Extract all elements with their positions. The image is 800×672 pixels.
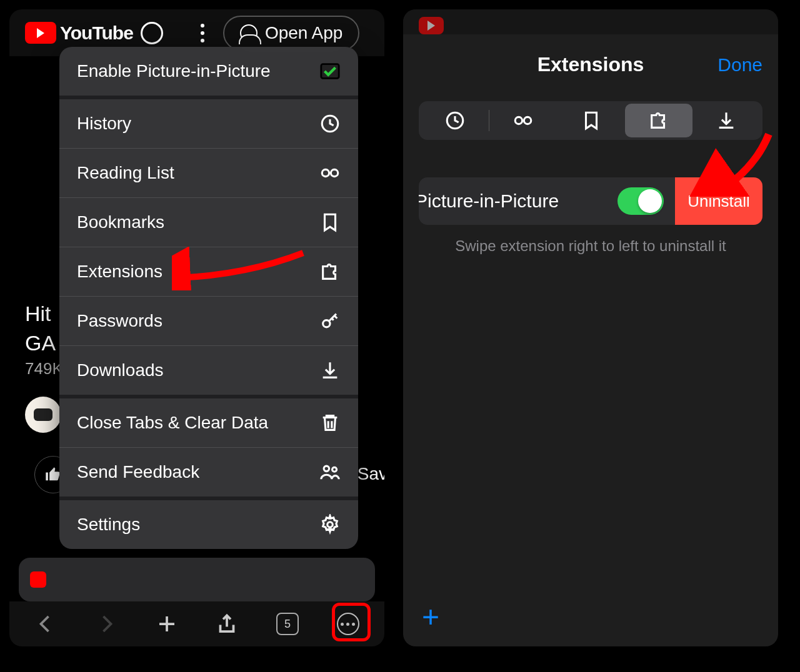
new-tab-button[interactable] [153,610,181,638]
svg-point-9 [516,117,522,124]
browser-menu-popup: Enable Picture-in-Picture History Readin… [59,47,358,549]
annotation-arrow-uninstall [688,128,775,197]
youtube-play-icon [25,22,56,44]
sheet-title: Extensions [538,53,644,76]
menu-label: History [77,114,131,134]
segment-history[interactable] [421,104,489,137]
site-favicon [30,571,46,588]
menu-item-bookmarks[interactable]: Bookmarks [59,198,358,247]
bookmark-icon [319,212,341,233]
svg-point-4 [323,320,330,327]
bookmark-icon [581,110,602,131]
puzzle-icon [319,261,341,282]
tab-count: 5 [276,613,299,635]
people-icon [319,462,341,483]
segment-reading-list[interactable] [489,104,557,137]
more-menu-button[interactable] [334,610,362,638]
key-icon [319,310,341,332]
menu-item-reading-list[interactable]: Reading List [59,149,358,198]
svg-point-3 [331,169,338,176]
annotation-arrow-extensions [172,247,309,290]
search-icon[interactable] [141,22,163,44]
tabs-button[interactable]: 5 [274,610,301,638]
menu-item-history[interactable]: History [59,99,358,149]
share-button[interactable] [213,610,241,638]
trash-icon [319,412,341,433]
nav-back-button[interactable] [32,610,59,638]
more-horizontal-icon [337,613,359,635]
extension-row-pip[interactable]: Picture-in-Picture [419,177,675,225]
open-app-button[interactable]: Open App [223,16,360,51]
svg-point-2 [322,169,329,176]
browser-menu-screenshot-left: YouTube Open App Hit GA 749K Sav Enable … [9,9,384,646]
person-icon [240,24,258,42]
menu-item-close-clear[interactable]: Close Tabs & Clear Data [59,398,358,448]
address-bar[interactable] [19,558,375,601]
menu-item-feedback[interactable]: Send Feedback [59,448,358,500]
faded-background-header [403,9,778,34]
view-count: 749K [25,359,63,378]
svg-point-5 [324,466,329,472]
menu-item-passwords[interactable]: Passwords [59,297,358,346]
menu-label: Settings [77,515,140,535]
extensions-sheet-header: Extensions Done [403,34,778,95]
video-title-line2: GA [25,331,56,355]
menu-label: Send Feedback [77,462,199,482]
save-label: Sav [358,464,384,484]
youtube-play-icon [419,17,444,34]
extension-toggle[interactable] [618,187,664,215]
more-vertical-icon[interactable] [201,24,204,42]
open-app-label: Open App [265,23,343,43]
menu-label: Downloads [77,360,164,380]
menu-item-settings[interactable]: Settings [59,500,358,549]
menu-item-downloads[interactable]: Downloads [59,346,358,398]
menu-label: Reading List [77,163,174,183]
channel-avatar[interactable] [25,397,61,433]
video-title-line1: Hit [25,302,51,326]
segment-extensions[interactable] [625,104,692,137]
youtube-logo[interactable]: YouTube [25,22,133,44]
controller-icon [34,408,52,421]
menu-label: Extensions [77,262,162,282]
menu-item-pip[interactable]: Enable Picture-in-Picture [59,47,358,99]
glasses-icon [512,110,534,131]
puzzle-icon [648,110,669,131]
nav-forward-button[interactable] [92,610,120,638]
clock-icon [444,110,466,131]
extensions-screenshot-right: Extensions Done Picture-in-Picture Unins… [403,9,778,646]
glasses-icon [319,162,341,184]
toggle-knob [638,189,662,213]
extension-name: Picture-in-Picture [419,190,559,212]
menu-label: Bookmarks [77,212,164,232]
download-icon [319,360,341,381]
clock-icon [319,113,341,134]
svg-point-7 [328,522,333,528]
svg-point-10 [524,117,531,124]
menu-label: Close Tabs & Clear Data [77,413,268,433]
done-button[interactable]: Done [718,54,762,76]
add-extension-button[interactable]: + [422,600,439,634]
menu-label: Passwords [77,311,162,331]
bottom-nav: 5 [9,601,384,646]
pip-check-icon [319,61,341,82]
swipe-hint: Swipe extension right to left to uninsta… [403,237,778,255]
segment-bookmarks[interactable] [557,104,624,137]
menu-label: Enable Picture-in-Picture [77,61,271,81]
youtube-text: YouTube [60,22,133,44]
svg-point-6 [332,467,337,472]
gear-icon [319,514,341,535]
